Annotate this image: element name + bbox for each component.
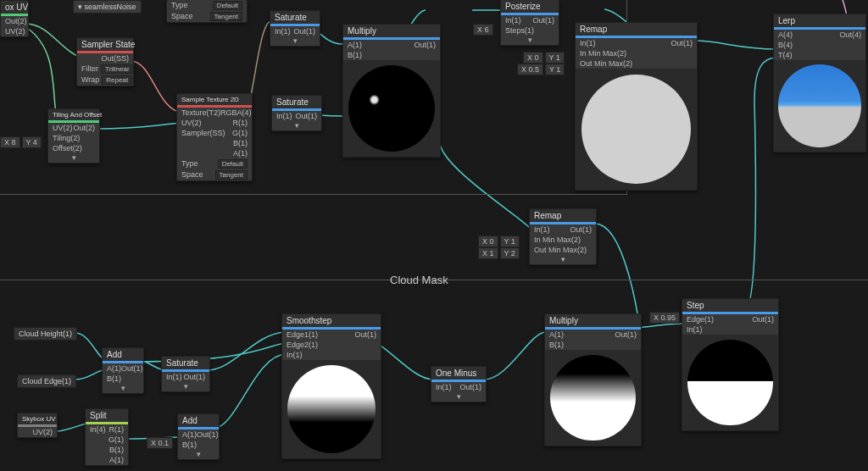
remap-mid-in-field[interactable]: X 0Y 1	[478, 236, 520, 247]
node-split[interactable]: Split In(4)R(1) G(1) B(1) A(1)	[85, 408, 129, 466]
posterize-steps-field[interactable]: X 6	[473, 24, 493, 36]
node-multiply-b[interactable]: Multiply A(1)Out(1) B(1)	[544, 313, 642, 446]
node-sample-texture-2d[interactable]: Sample Texture 2D Texture(T2)RGBA(4) UV(…	[176, 93, 253, 181]
node-remap-mid[interactable]: Remap In(1)Out(1) In Min Max(2) Out Min …	[529, 208, 597, 265]
seamless-noise-pill[interactable]: ▾ seamlessNoise	[73, 0, 142, 14]
preview-step	[682, 335, 778, 430]
node-tiling-offset[interactable]: Tiling And Offset UV(2)Out(2) Tiling(2) …	[47, 108, 100, 163]
preview-remap-top	[576, 69, 697, 190]
node-step[interactable]: Step Edge(1)Out(1) In(1)	[682, 298, 779, 431]
node-add-b[interactable]: Add A(1)Out(1) B(1) ▾	[177, 413, 220, 460]
node-type-space-a[interactable]: TypeDefault SpaceTangent	[166, 0, 248, 23]
preview-smoothstep	[282, 360, 381, 458]
node-multiply-a[interactable]: Multiply A(1)Out(1) B(1)	[342, 24, 441, 158]
node-add-a[interactable]: Add A(1)Out(1) B(1) ▾	[102, 347, 144, 394]
node-posterize[interactable]: Posterize In(1)Out(1) Steps(1) ▾	[500, 0, 559, 46]
group-bottom-title: Cloud Mask	[390, 274, 448, 286]
tiling-xy-field[interactable]: X 8Y 4	[0, 136, 42, 148]
node-saturate-a[interactable]: Saturate In(1)Out(1) ▾	[270, 10, 320, 47]
step-edge-field[interactable]: X 0.95	[649, 312, 680, 324]
node-remap-top[interactable]: Remap In(1)Out(1) In Min Max(2) Out Min …	[575, 22, 698, 191]
node-one-minus[interactable]: One Minus In(1)Out(1) ▾	[431, 366, 487, 402]
node-saturate-c[interactable]: Saturate In(1)Out(1) ▾	[161, 356, 210, 392]
remap-mid-out-field[interactable]: X 1Y 2	[478, 247, 520, 259]
preview-noise	[343, 60, 440, 157]
node-sampler-state[interactable]: Sampler State Out(SS) FilterTrilinear Wr…	[76, 37, 134, 86]
node-lerp[interactable]: Lerp A(4)Out(4) B(4) T(4)	[773, 14, 866, 152]
node-skybox-uv[interactable]: Skybox UV UV(2)	[17, 413, 58, 438]
preview-lerp	[774, 60, 865, 152]
remap-top-in-field[interactable]: X 0Y 1	[523, 52, 565, 64]
preview-multiply-b	[545, 350, 641, 446]
cloud-height-prop[interactable]: Cloud Height(1)	[14, 327, 77, 341]
remap-top-out-field[interactable]: X 0.5Y 1	[517, 64, 565, 75]
cloud-edge-prop[interactable]: Cloud Edge(1)	[17, 374, 76, 388]
node-smoothstep[interactable]: Smoothstep Edge1(1)Out(1) Edge2(1) In(1)	[281, 313, 381, 459]
add-b-field[interactable]: X 0.1	[147, 437, 173, 449]
node-box-uv[interactable]: ox UV Out(2) UV(2)	[0, 0, 29, 37]
node-saturate-b[interactable]: Saturate In(1)Out(1) ▾	[271, 95, 322, 131]
